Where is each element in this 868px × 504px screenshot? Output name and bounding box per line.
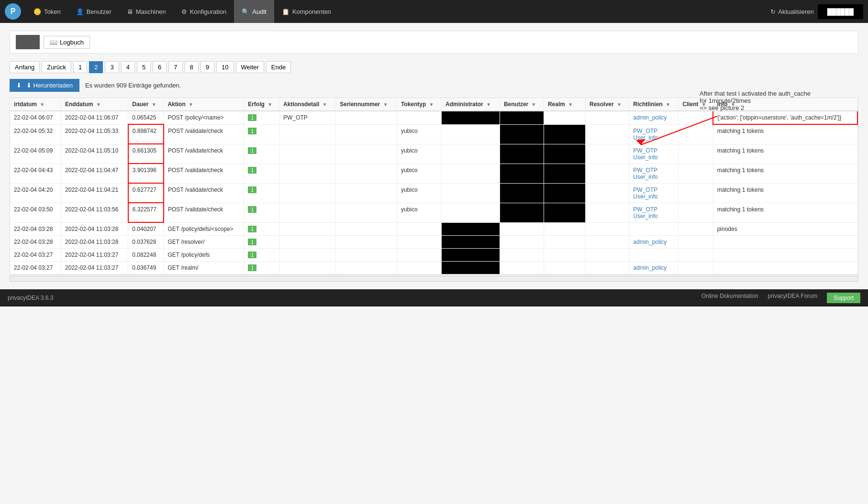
page-5[interactable]: 5: [137, 61, 151, 73]
cell-dauer: 0.627727: [128, 183, 164, 203]
cell-startdatum: 22-02-04 05:09: [10, 144, 61, 164]
audit-table-wrapper: irtdatum ▼ Enddatum ▼ Dauer ▼ Aktion ▼ E…: [10, 98, 858, 275]
cell-realm: [544, 262, 585, 274]
logbuch-button[interactable]: 📖 Logbuch: [44, 36, 90, 49]
cell-dauer: 0.036749: [128, 262, 164, 274]
cell-benutzer: [500, 183, 544, 203]
support-button[interactable]: Support: [827, 293, 860, 303]
nav-audit[interactable]: 🔍 Audit: [234, 0, 274, 23]
footer-forum-link[interactable]: privacyIDEA Forum: [768, 293, 817, 303]
user-menu-button[interactable]: ██████: [818, 4, 863, 19]
page-3[interactable]: 3: [105, 61, 119, 73]
cell-client: [679, 183, 713, 203]
book-icon: 📖: [50, 39, 57, 46]
page-1[interactable]: 1: [73, 61, 87, 73]
download-icon: ⬇: [16, 82, 22, 89]
page-9[interactable]: 9: [200, 61, 214, 73]
refresh-button[interactable]: ↻ Aktualisieren: [770, 8, 813, 15]
col-aktionsdetail: Aktionsdetail ▼: [279, 98, 336, 111]
cell-richtlinien: admin_policy: [629, 262, 679, 274]
refresh-icon: ↻: [770, 8, 776, 15]
cell-dauer: 6.322577: [128, 203, 164, 222]
col-benutzer: Benutzer ▼: [500, 98, 544, 111]
page-8[interactable]: 8: [185, 61, 199, 73]
footer-docs-link[interactable]: Online Dokumentation: [701, 293, 758, 303]
page-2[interactable]: 2: [89, 61, 103, 73]
cell-aktion: POST /validate/check: [164, 124, 244, 144]
cell-tokentyp: yubico: [397, 203, 441, 222]
cell-erfolg: 1: [244, 262, 279, 274]
footer-version: privacyIDEA 3.6.3: [8, 295, 53, 301]
cell-client: [679, 124, 713, 144]
cell-seriennummer: [336, 249, 397, 262]
cell-seriennummer: [336, 222, 397, 236]
cell-administrator: [442, 144, 500, 164]
main-content: 📖 Logbuch After that test i activated th…: [0, 23, 868, 289]
nav-benutzer[interactable]: 👤 Benutzer: [68, 0, 119, 23]
cell-resolver: [585, 144, 629, 164]
cell-erfolg: 1: [244, 222, 279, 236]
cell-seriennummer: [336, 262, 397, 274]
cell-erfolg: 1: [244, 144, 279, 164]
cell-client: [679, 164, 713, 183]
page-ende[interactable]: Ende: [266, 61, 291, 73]
cell-administrator: [442, 222, 500, 236]
user-icon: 👤: [76, 8, 84, 15]
nav-maschinen[interactable]: 🖥 Maschinen: [119, 0, 174, 23]
table-row: 22-02-04 03:282022-02-04 11:03:280.04020…: [10, 222, 857, 236]
cell-enddatum: 2022-02-04 11:03:27: [61, 262, 128, 274]
cell-erfolg: 1: [244, 183, 279, 203]
cell-startdatum: 22-02-04 03:28: [10, 222, 61, 236]
nav-konfiguration[interactable]: ⚙ Konfiguration: [174, 0, 234, 23]
page-anfang[interactable]: Anfang: [10, 61, 40, 73]
col-tokentyp: Tokentyp ▼: [397, 98, 441, 111]
nav-token[interactable]: 🪙 Token: [26, 0, 68, 23]
page-zurueck[interactable]: Zurück: [42, 61, 71, 73]
nav-right: ↻ Aktualisieren ██████: [770, 4, 863, 19]
cell-seriennummer: [336, 183, 397, 203]
page-weiter[interactable]: Weiter: [236, 61, 264, 73]
cell-enddatum: 2022-02-04 11:03:27: [61, 249, 128, 262]
col-administrator: Administrator ▼: [442, 98, 500, 111]
cell-startdatum: 22-02-04 04:43: [10, 164, 61, 183]
cell-dauer: 0.037628: [128, 236, 164, 249]
pagination: Anfang Zurück 1 2 3 4 5 6 7 8 9 10 Weite…: [10, 61, 858, 73]
page-7[interactable]: 7: [168, 61, 182, 73]
count-text: Es wurden 909 Einträge gefunden.: [85, 82, 181, 89]
cell-realm: [544, 111, 585, 124]
cell-tokentyp: [397, 249, 441, 262]
cell-client: [679, 222, 713, 236]
cell-tokentyp: yubico: [397, 144, 441, 164]
nav-komponenten[interactable]: 📋 Komponenten: [274, 0, 339, 23]
cell-tokentyp: [397, 111, 441, 124]
cell-client: [679, 262, 713, 274]
cell-dauer: 3.901396: [128, 164, 164, 183]
table-row: 22-02-04 03:272022-02-04 11:03:270.03674…: [10, 262, 857, 274]
horizontal-scrollbar[interactable]: [10, 276, 858, 282]
cell-info: matching 1 tokens: [713, 203, 857, 222]
cell-resolver: [585, 124, 629, 144]
page-6[interactable]: 6: [153, 61, 167, 73]
logbuch-bar: 📖 Logbuch: [10, 31, 858, 54]
table-row: 22-02-04 04:202022-02-04 11:04:210.62772…: [10, 183, 857, 203]
cell-richtlinien: [629, 249, 679, 262]
cell-enddatum: 2022-02-04 11:05:10: [61, 144, 128, 164]
cell-erfolg: 1: [244, 249, 279, 262]
col-realm: Realm ▼: [544, 98, 585, 111]
page-10[interactable]: 10: [216, 61, 234, 73]
cell-aktionsdetail: [279, 183, 336, 203]
cell-enddatum: 2022-02-04 11:04:47: [61, 164, 128, 183]
cell-tokentyp: [397, 236, 441, 249]
download-button[interactable]: ⬇ ⬇ Herunterladen: [10, 79, 79, 92]
col-aktion: Aktion ▼: [164, 98, 244, 111]
cell-aktionsdetail: [279, 222, 336, 236]
page-4[interactable]: 4: [121, 61, 135, 73]
cell-administrator: [442, 183, 500, 203]
cell-aktionsdetail: [279, 124, 336, 144]
cell-info: matching 1 tokens: [713, 124, 857, 144]
cell-resolver: [585, 183, 629, 203]
cell-aktionsdetail: PW_OTP: [279, 111, 336, 124]
footer: privacyIDEA 3.6.3 Online Dokumentation p…: [0, 289, 868, 307]
cell-realm: [544, 222, 585, 236]
config-icon: ⚙: [181, 8, 187, 15]
